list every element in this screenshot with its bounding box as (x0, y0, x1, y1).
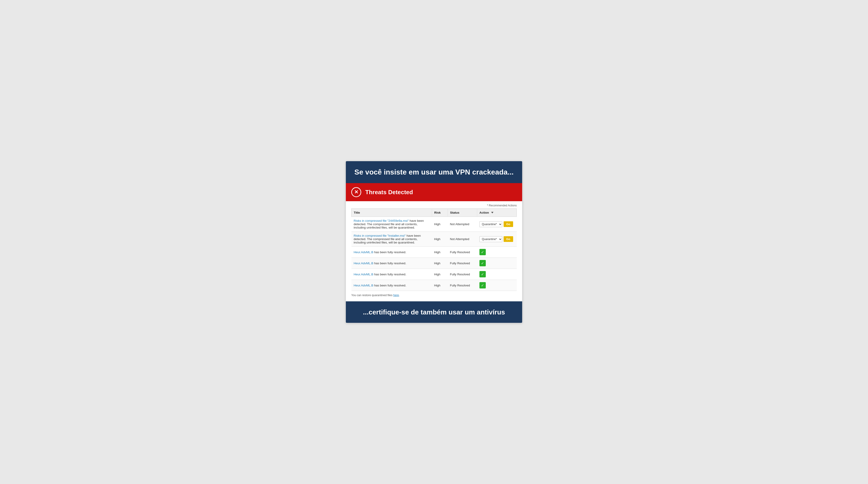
threat-link[interactable]: Heur.AdvML.B (354, 273, 373, 276)
threat-table: Title Risk Status Action Risks in compr (351, 208, 517, 291)
cell-risk: High (432, 247, 448, 258)
threat-link[interactable]: Heur.AdvML.B (354, 262, 373, 265)
cell-action: ✓ (477, 269, 517, 280)
col-risk: Risk (432, 209, 448, 217)
cell-status: Not Attempted (448, 217, 477, 232)
bottom-banner: ...certifique-se de também usar um antiv… (346, 301, 522, 323)
threat-link[interactable]: Heur.AdvML.B (354, 284, 373, 287)
resolved-check-icon: ✓ (479, 271, 486, 277)
top-banner: Se você insiste em usar uma VPN crackead… (346, 161, 522, 183)
threats-header: Threats Detected (346, 183, 522, 201)
x-circle-icon (351, 187, 361, 197)
cell-title: Heur.AdvML.B has been fully resolved. (351, 258, 432, 269)
col-action-label: Action (479, 211, 489, 214)
restore-note-prefix: You can restore quarantined files (351, 294, 393, 297)
cell-risk: High (432, 269, 448, 280)
table-row: Heur.AdvML.B has been fully resolved.Hig… (351, 258, 517, 269)
table-section: * Recommended Actions Title Risk Status … (346, 201, 522, 301)
main-card: Se você insiste em usar uma VPN crackead… (346, 161, 522, 323)
cell-action: Quarantine*DeleteIgnoreGo (477, 232, 517, 247)
go-button[interactable]: Go (504, 221, 513, 227)
action-select[interactable]: Quarantine*DeleteIgnore (479, 221, 502, 227)
cell-action: ✓ (477, 258, 517, 269)
table-wrapper: Title Risk Status Action Risks in compr (351, 208, 517, 291)
table-row: Risks in compressed file "24459e9a.msi" … (351, 217, 517, 232)
cell-risk: High (432, 258, 448, 269)
cell-risk: High (432, 217, 448, 232)
sort-arrow-icon (491, 212, 493, 213)
col-title: Title (351, 209, 432, 217)
cell-risk: High (432, 232, 448, 247)
cell-status: Fully Resolved (448, 247, 477, 258)
table-row: Heur.AdvML.B has been fully resolved.Hig… (351, 280, 517, 291)
cell-status: Fully Resolved (448, 269, 477, 280)
cell-risk: High (432, 280, 448, 291)
cell-action: ✓ (477, 247, 517, 258)
action-select[interactable]: Quarantine*DeleteIgnore (479, 236, 502, 242)
threat-link[interactable]: Risks in compressed file "24459e9a.msi" (354, 219, 409, 222)
col-action: Action (477, 209, 517, 217)
cell-title: Risks in compressed file "24459e9a.msi" … (351, 217, 432, 232)
restore-note-suffix: . (399, 294, 400, 297)
table-row: Heur.AdvML.B has been fully resolved.Hig… (351, 247, 517, 258)
resolved-check-icon: ✓ (479, 282, 486, 289)
recommended-note: * Recommended Actions (351, 204, 517, 207)
restore-link[interactable]: here (393, 294, 399, 297)
cell-status: Fully Resolved (448, 258, 477, 269)
table-row: Risks in compressed file "Installer.msi"… (351, 232, 517, 247)
cell-action: ✓ (477, 280, 517, 291)
restore-note: You can restore quarantined files here. (351, 293, 517, 298)
cell-title: Heur.AdvML.B has been fully resolved. (351, 269, 432, 280)
cell-status: Fully Resolved (448, 280, 477, 291)
cell-action: Quarantine*DeleteIgnoreGo (477, 217, 517, 232)
cell-title: Risks in compressed file "Installer.msi"… (351, 232, 432, 247)
cell-status: Not Attempted (448, 232, 477, 247)
go-button[interactable]: Go (504, 236, 513, 242)
cell-title: Heur.AdvML.B has been fully resolved. (351, 280, 432, 291)
table-row: Heur.AdvML.B has been fully resolved.Hig… (351, 269, 517, 280)
resolved-check-icon: ✓ (479, 249, 486, 255)
table-header-row: Title Risk Status Action (351, 209, 517, 217)
threats-title: Threats Detected (365, 189, 413, 196)
action-wrap: Quarantine*DeleteIgnoreGo (479, 221, 515, 227)
resolved-check-icon: ✓ (479, 260, 486, 266)
bottom-banner-text: ...certifique-se de também usar um antiv… (363, 308, 505, 316)
threat-link[interactable]: Heur.AdvML.B (354, 250, 373, 254)
action-wrap: Quarantine*DeleteIgnoreGo (479, 236, 515, 242)
threat-link[interactable]: Risks in compressed file "Installer.msi" (354, 234, 406, 237)
top-banner-text: Se você insiste em usar uma VPN crackead… (354, 168, 514, 176)
col-status: Status (448, 209, 477, 217)
cell-title: Heur.AdvML.B has been fully resolved. (351, 247, 432, 258)
